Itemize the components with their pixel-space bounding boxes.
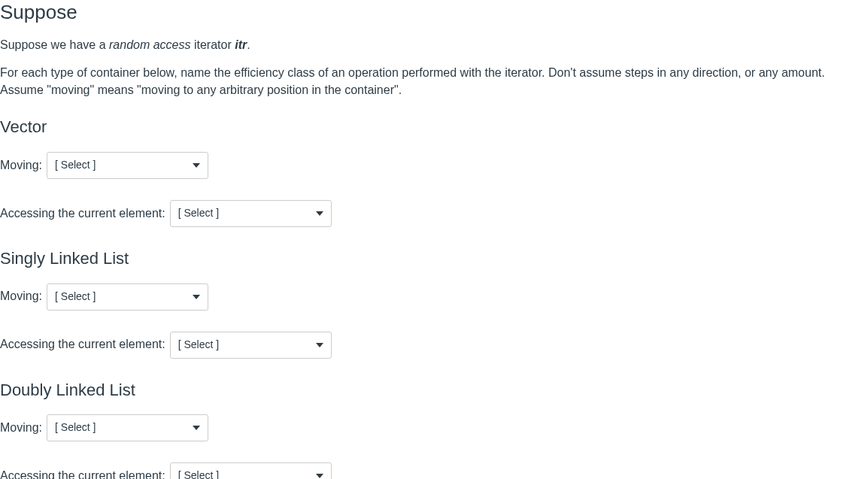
doubly-moving-select[interactable]: [ Select ]	[47, 414, 208, 441]
intro-paragraph: Suppose we have a random access iterator…	[0, 36, 868, 53]
doubly-access-select[interactable]: [ Select ]	[170, 462, 332, 479]
select-value: [ Select ]	[171, 338, 308, 353]
explain-paragraph: For each type of container below, name t…	[0, 64, 868, 99]
select-value: [ Select ]	[171, 206, 308, 221]
intro-strong: itr	[235, 38, 247, 51]
vector-access-label: Accessing the current element:	[0, 205, 165, 222]
doubly-access-label: Accessing the current element:	[0, 468, 165, 479]
intro-prefix: Suppose we have a	[0, 38, 109, 51]
chevron-down-icon	[308, 343, 331, 347]
select-value: [ Select ]	[47, 158, 185, 173]
select-value: [ Select ]	[47, 420, 185, 435]
select-value: [ Select ]	[47, 290, 185, 305]
chevron-down-icon	[185, 295, 208, 299]
doubly-moving-row: Moving: [ Select ]	[0, 414, 868, 441]
singly-access-select[interactable]: [ Select ]	[170, 332, 332, 359]
singly-moving-select[interactable]: [ Select ]	[47, 283, 208, 311]
chevron-down-icon	[185, 426, 208, 430]
intro-middle: iterator	[191, 38, 235, 51]
singly-access-label: Accessing the current element:	[0, 336, 165, 353]
vector-moving-select[interactable]: [ Select ]	[47, 152, 208, 179]
singly-moving-label: Moving:	[0, 288, 42, 305]
section-heading-vector: Vector	[0, 117, 868, 138]
section-heading-doubly: Doubly Linked List	[0, 380, 868, 402]
singly-access-row: Accessing the current element: [ Select …	[0, 332, 868, 359]
section-heading-singly: Singly Linked List	[0, 248, 868, 270]
vector-access-select[interactable]: [ Select ]	[170, 200, 332, 227]
doubly-moving-label: Moving:	[0, 420, 42, 436]
intro-em: random access	[109, 38, 191, 51]
vector-access-row: Accessing the current element: [ Select …	[0, 200, 868, 227]
select-value: [ Select ]	[171, 468, 308, 479]
singly-moving-row: Moving: [ Select ]	[0, 283, 868, 311]
intro-suffix: .	[247, 38, 250, 51]
page-title: Suppose	[0, 0, 868, 26]
chevron-down-icon	[308, 211, 331, 216]
vector-moving-row: Moving: [ Select ]	[0, 152, 868, 179]
vector-moving-label: Moving:	[0, 157, 42, 174]
chevron-down-icon	[308, 474, 331, 478]
doubly-access-row: Accessing the current element: [ Select …	[0, 462, 868, 479]
chevron-down-icon	[185, 163, 208, 168]
